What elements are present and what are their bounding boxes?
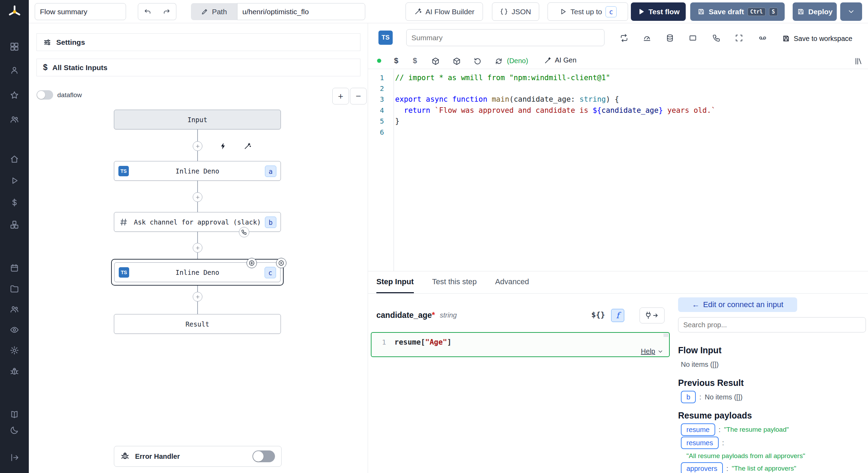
- flow-settings-row[interactable]: Settings: [36, 33, 360, 51]
- restart-loop-icon[interactable]: [619, 33, 629, 43]
- tab-advanced[interactable]: Advanced: [495, 271, 529, 293]
- step-summary-input[interactable]: [406, 29, 604, 46]
- users-icon[interactable]: [0, 112, 29, 127]
- redo-button[interactable]: [157, 3, 176, 20]
- braces-icon: [500, 8, 508, 16]
- test-flow-button[interactable]: Test flow: [631, 2, 686, 21]
- input-node[interactable]: Input: [114, 110, 281, 129]
- dark-mode-moon-icon[interactable]: [0, 422, 29, 438]
- scan-frame-icon[interactable]: [734, 33, 744, 43]
- previous-result-title: Previous Result: [678, 378, 744, 388]
- typescript-icon: TS: [378, 31, 393, 45]
- prop-badge-approvers[interactable]: approvers: [681, 462, 723, 473]
- undo-button[interactable]: [138, 3, 157, 20]
- all-static-inputs-row[interactable]: $ All Static Inputs: [36, 59, 360, 76]
- back-arrow-icon: ←: [692, 300, 700, 309]
- deploy-button[interactable]: Deploy: [793, 2, 837, 21]
- windmill-flow-editor: Path AI Flow Builder JSON Test up to c T…: [0, 0, 868, 473]
- code-line: 2: [368, 83, 868, 94]
- library-icon[interactable]: [853, 56, 863, 66]
- suspend-phone-icon[interactable]: [239, 227, 249, 237]
- tab-step-input[interactable]: Step Input: [376, 271, 414, 293]
- result-node[interactable]: Result: [114, 314, 281, 334]
- code-editor[interactable]: 1// import * as wmill from "npm:windmill…: [368, 69, 868, 271]
- ai-wand-icon[interactable]: [243, 141, 252, 151]
- move-step-icon[interactable]: [247, 258, 257, 268]
- folders-icon[interactable]: [0, 281, 29, 296]
- tab-test-this-step[interactable]: Test this step: [432, 271, 477, 293]
- edit-or-connect-button[interactable]: ← Edit or connect an input: [678, 297, 797, 312]
- variables-dollar-icon[interactable]: [0, 195, 29, 210]
- resources-blocks-icon[interactable]: [0, 217, 29, 232]
- zoom-in-button[interactable]: +: [332, 88, 349, 104]
- dataflow-toggle[interactable]: [36, 90, 53, 100]
- zoom-out-button[interactable]: −: [350, 88, 367, 104]
- delete-step-icon[interactable]: [276, 258, 286, 268]
- audit-eye-icon[interactable]: [0, 322, 29, 337]
- line-number: 3: [368, 95, 384, 103]
- connect-input-button[interactable]: [640, 307, 665, 323]
- edit-or-connect-label: Edit or connect an input: [703, 300, 783, 309]
- schedules-calendar-icon[interactable]: [0, 260, 29, 276]
- star-icon[interactable]: [0, 87, 29, 103]
- user-icon[interactable]: [0, 62, 29, 78]
- help-link[interactable]: Help: [641, 347, 663, 355]
- add-step-button[interactable]: [193, 192, 202, 202]
- expand-sidebar-icon[interactable]: [0, 450, 29, 465]
- line-number: 4: [368, 106, 384, 115]
- dollar-icon[interactable]: $: [410, 56, 420, 66]
- add-step-button[interactable]: [193, 292, 202, 302]
- path-input[interactable]: [237, 3, 365, 20]
- save-to-workspace-button[interactable]: Save to workspace: [782, 34, 852, 43]
- add-step-button[interactable]: [193, 243, 202, 253]
- groups-icon[interactable]: [0, 302, 29, 317]
- line-number: 1: [368, 74, 384, 82]
- database-icon[interactable]: [665, 33, 675, 43]
- windmill-logo-icon[interactable]: [0, 3, 29, 20]
- package-icon[interactable]: [431, 56, 440, 66]
- save-draft-button[interactable]: Save draft Ctrl S: [690, 2, 785, 21]
- step-config-panel: Step Input Test this step Advanced candi…: [368, 271, 868, 473]
- prop-badge-resumes[interactable]: resumes: [681, 437, 719, 449]
- docs-book-icon[interactable]: [0, 407, 29, 422]
- function-mode-button[interactable]: f: [611, 309, 624, 322]
- step-a-node[interactable]: TS Inline Deno a: [114, 161, 281, 181]
- step-b-node[interactable]: Ask channel for approval (slack) b: [114, 212, 281, 232]
- refresh-icon[interactable]: [494, 56, 503, 66]
- selected-node-outline[interactable]: TS Inline Deno c: [111, 259, 284, 286]
- runs-play-icon[interactable]: [0, 173, 29, 188]
- flow-summary-input[interactable]: [35, 3, 126, 20]
- prop-badge-resume[interactable]: resume: [681, 423, 715, 436]
- code-editor-panel: TS Save to workspace $ $ (Deno) AI Gen: [368, 23, 868, 271]
- step-b-label: Ask channel for approval (slack): [114, 212, 281, 231]
- path-chip[interactable]: Path: [191, 3, 237, 20]
- code-text: return `Flow was approved and candidate …: [384, 106, 716, 115]
- deploy-dropdown-button[interactable]: [840, 2, 862, 21]
- error-handler-toggle[interactable]: [252, 450, 275, 462]
- ai-gen-button[interactable]: AI Gen: [544, 56, 576, 64]
- add-step-button[interactable]: [193, 141, 202, 151]
- template-expr-button[interactable]: ${}: [591, 310, 605, 319]
- expression-editor[interactable]: 1 resume["Age"] Help: [371, 332, 670, 357]
- json-button[interactable]: JSON: [492, 2, 539, 21]
- apps-grid-icon[interactable]: [0, 39, 29, 54]
- history-icon[interactable]: [473, 56, 482, 66]
- search-prop-input[interactable]: [678, 317, 866, 332]
- phone-icon[interactable]: [711, 33, 721, 43]
- prop-badge-b[interactable]: b: [681, 391, 696, 403]
- error-handler-row[interactable]: Error Handler: [114, 446, 282, 467]
- input-node-label: Input: [114, 110, 281, 129]
- ai-flow-builder-button[interactable]: AI Flow Builder: [406, 2, 483, 21]
- rectangle-icon[interactable]: [688, 33, 698, 43]
- workers-bug-icon[interactable]: [0, 364, 29, 379]
- voicemail-icon[interactable]: [758, 33, 767, 43]
- test-up-to-button[interactable]: Test up to c: [548, 2, 628, 21]
- previous-result-row: b : No items ([]): [681, 391, 743, 403]
- code-line: 4 return `Flow was approved and candidat…: [368, 105, 868, 116]
- package-icon[interactable]: [452, 56, 461, 66]
- trigger-bolt-icon[interactable]: [218, 141, 228, 151]
- settings-gear-icon[interactable]: [0, 343, 29, 358]
- assign-dollar-icon[interactable]: $: [391, 56, 401, 66]
- gauge-icon[interactable]: [642, 33, 652, 43]
- home-icon[interactable]: [0, 151, 29, 167]
